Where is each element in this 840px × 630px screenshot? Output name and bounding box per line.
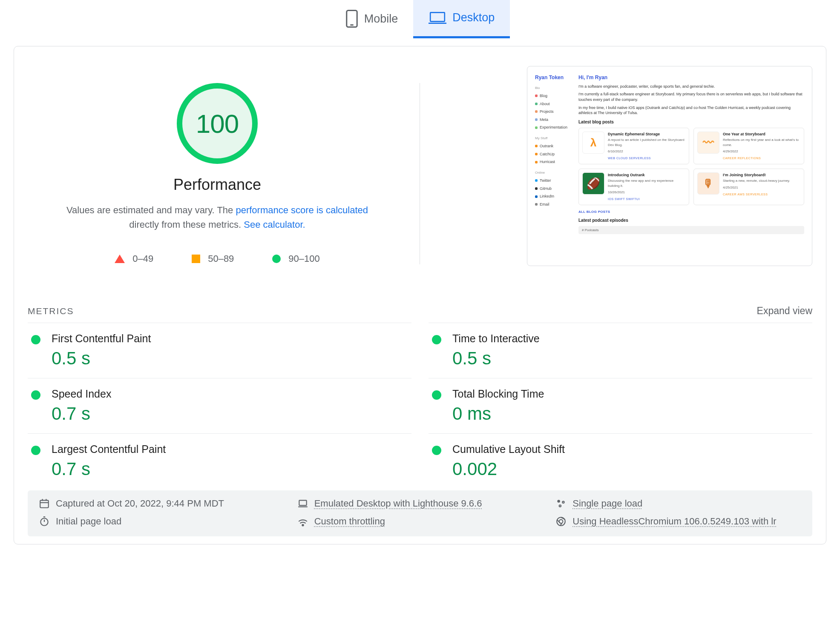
score-calc-link[interactable]: performance score is calculated — [236, 205, 368, 215]
pv-para: In my free time, I build native iOS apps… — [578, 105, 804, 116]
legend-fail: 0–49 — [115, 253, 153, 264]
svg-rect-2 — [430, 12, 445, 21]
pv-tabbar: # Podcasts — [578, 226, 804, 234]
stopwatch-icon — [39, 516, 50, 527]
metric-row[interactable]: Time to Interactive0.5 s — [429, 323, 812, 378]
footer-captured-text: Captured at Oct 20, 2022, 9:44 PM MDT — [56, 498, 224, 509]
metric-label: Total Blocking Time — [452, 388, 812, 400]
environment-footer: Captured at Oct 20, 2022, 9:44 PM MDT Em… — [28, 490, 812, 536]
pv-side-item: CatchUp — [535, 150, 573, 158]
mobile-icon — [345, 9, 358, 28]
desc-text-1: Values are estimated and may vary. The — [66, 205, 236, 215]
calculator-link[interactable]: See calculator. — [244, 219, 305, 230]
pv-side-item: Outrank — [535, 142, 573, 150]
metric-label: First Contentful Paint — [52, 332, 411, 345]
footer-initial-load: Initial page load — [39, 516, 285, 527]
pv-side-item: Experimentation — [535, 123, 573, 132]
metric-body: Largest Contentful Paint0.7 s — [52, 443, 411, 479]
metric-value: 0.7 s — [52, 459, 411, 479]
tab-mobile-label: Mobile — [364, 12, 398, 26]
pv-card: λDynamic Ephemeral StorageA repost to an… — [578, 128, 689, 164]
legend-pass: 90–100 — [272, 253, 319, 264]
device-tabs: Mobile Desktop — [0, 0, 840, 38]
svg-point-12 — [559, 505, 561, 507]
pv-subhead: Latest podcast episodes — [578, 218, 804, 223]
metric-body: Total Blocking Time0 ms — [452, 388, 812, 424]
score-value: 100 — [177, 83, 258, 164]
metric-row[interactable]: Cumulative Layout Shift0.002 — [429, 433, 812, 489]
footer-single-text: Single page load — [572, 498, 642, 509]
metric-row[interactable]: First Contentful Paint0.5 s — [28, 323, 411, 378]
pv-sidebar: Ryan Token Bio BlogAboutProjectsMetaExpe… — [535, 74, 573, 258]
pv-para: I'm currently a full-stack software engi… — [578, 92, 804, 102]
pv-card: 🎙I'm Joining Storyboard!Starting a new, … — [693, 169, 804, 205]
pass-dot-icon — [432, 446, 441, 455]
legend-pass-range: 90–100 — [288, 253, 319, 264]
network-icon — [297, 516, 308, 527]
pv-card: 🏈Introducing OutrankDiscussing the new a… — [578, 169, 689, 205]
metric-row[interactable]: Largest Contentful Paint0.7 s — [28, 433, 411, 489]
footer-initial-text: Initial page load — [56, 516, 121, 527]
metric-value: 0 ms — [452, 404, 812, 424]
metric-value: 0.5 s — [452, 348, 812, 369]
footer-browser-text: Using HeadlessChromium 106.0.5249.103 wi… — [572, 516, 776, 527]
pass-dot-icon — [31, 335, 40, 344]
pv-subhead: Latest blog posts — [578, 119, 804, 125]
legend-avg: 50–89 — [192, 253, 234, 264]
pv-side-item: LinkedIn — [535, 192, 573, 200]
metric-body: Speed Index0.7 s — [52, 388, 411, 424]
footer-emulated-text: Emulated Desktop with Lighthouse 9.6.6 — [314, 498, 482, 509]
pv-main: Hi, I'm Ryan I'm a software engineer, po… — [578, 74, 804, 258]
score-legend: 0–49 50–89 90–100 — [115, 253, 320, 264]
metric-value: 0.7 s — [52, 404, 411, 424]
metric-body: First Contentful Paint0.5 s — [52, 332, 411, 369]
chrome-icon — [555, 516, 567, 527]
pass-dot-icon — [432, 390, 441, 400]
tab-mobile[interactable]: Mobile — [330, 0, 414, 38]
page-screenshot: Ryan Token Bio BlogAboutProjectsMetaExpe… — [527, 66, 812, 266]
footer-single-load[interactable]: Single page load — [555, 498, 801, 509]
footer-throttling-text: Custom throttling — [314, 516, 385, 527]
footer-emulated[interactable]: Emulated Desktop with Lighthouse 9.6.6 — [297, 498, 543, 509]
square-icon — [192, 255, 200, 263]
pass-dot-icon — [432, 335, 441, 344]
svg-point-11 — [563, 501, 564, 503]
pv-side-item: About — [535, 100, 573, 108]
pv-side-item: Email — [535, 200, 573, 209]
pv-side-item: GitHub — [535, 185, 573, 193]
category-title: Performance — [173, 176, 261, 194]
metric-label: Speed Index — [52, 388, 411, 400]
expand-view-toggle[interactable]: Expand view — [757, 305, 812, 317]
pv-all-link: ALL BLOG POSTS — [578, 209, 804, 214]
laptop-icon — [297, 498, 308, 509]
metric-label: Time to Interactive — [452, 332, 812, 345]
report-card: 100 Performance Values are estimated and… — [14, 46, 826, 544]
metric-row[interactable]: Speed Index0.7 s — [28, 378, 411, 433]
footer-browser[interactable]: Using HeadlessChromium 106.0.5249.103 wi… — [555, 516, 801, 527]
circle-icon — [272, 255, 281, 263]
metric-row[interactable]: Total Blocking Time0 ms — [429, 378, 812, 433]
pv-sec: My Stuff — [535, 136, 573, 140]
metrics-title: METRICS — [28, 306, 74, 316]
tab-desktop[interactable]: Desktop — [413, 0, 510, 38]
metric-label: Cumulative Layout Shift — [452, 443, 812, 455]
legend-fail-range: 0–49 — [132, 253, 153, 264]
metric-value: 0.002 — [452, 459, 812, 479]
score-description: Values are estimated and may vary. The p… — [53, 203, 381, 232]
pv-sec: Online — [535, 170, 573, 175]
legend-avg-range: 50–89 — [208, 253, 234, 264]
gauge-column: 100 Performance Values are estimated and… — [28, 83, 420, 264]
pass-dot-icon — [31, 446, 40, 455]
pv-side-item: Projects — [535, 108, 573, 116]
summary-row: 100 Performance Values are estimated and… — [28, 66, 812, 266]
tab-desktop-label: Desktop — [452, 11, 495, 24]
metric-value: 0.5 s — [52, 348, 411, 369]
samples-icon — [555, 498, 567, 509]
pv-side-item: Hurricast — [535, 158, 573, 166]
footer-throttling[interactable]: Custom throttling — [297, 516, 543, 527]
pv-sec: Bio — [535, 86, 573, 90]
metrics-grid: First Contentful Paint0.5 sTime to Inter… — [28, 323, 812, 489]
svg-point-10 — [558, 500, 561, 503]
metrics-header: METRICS Expand view — [28, 305, 812, 317]
footer-captured: Captured at Oct 20, 2022, 9:44 PM MDT — [39, 498, 285, 509]
